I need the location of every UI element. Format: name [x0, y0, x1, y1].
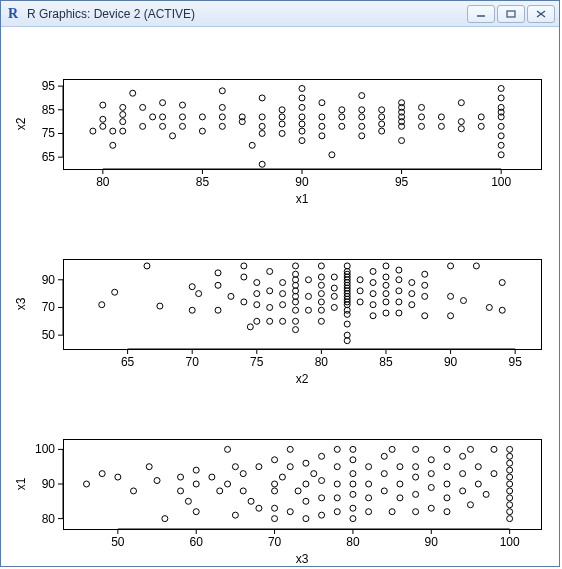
data-point	[160, 100, 166, 106]
data-point	[232, 464, 238, 470]
data-point	[379, 128, 385, 134]
data-point	[396, 299, 402, 305]
data-point	[499, 280, 505, 286]
svg-text:90: 90	[42, 477, 56, 491]
data-point	[110, 142, 116, 148]
data-point	[287, 509, 293, 515]
data-point	[215, 307, 221, 313]
data-point	[383, 310, 389, 316]
data-point	[157, 303, 163, 309]
plot-canvas: 8085909510065758595x1x265707580859095507…	[3, 29, 557, 564]
data-point	[507, 509, 513, 515]
data-point	[359, 114, 365, 120]
maximize-button[interactable]	[497, 5, 525, 23]
titlebar[interactable]: R R Graphics: Device 2 (ACTIVE)	[1, 1, 559, 27]
close-button[interactable]	[527, 5, 555, 23]
data-point	[498, 152, 504, 158]
data-point	[232, 512, 238, 518]
data-point	[254, 280, 260, 286]
data-point	[389, 509, 395, 515]
data-point	[383, 291, 389, 297]
data-point	[467, 446, 473, 452]
xlabel: x1	[296, 192, 309, 206]
data-point	[254, 318, 260, 324]
data-point	[339, 123, 345, 129]
svg-text:80: 80	[42, 512, 56, 526]
data-point	[366, 495, 372, 501]
svg-text:50: 50	[111, 535, 125, 549]
data-point	[498, 142, 504, 148]
data-point	[350, 491, 356, 497]
data-point	[507, 474, 513, 480]
data-point	[100, 123, 106, 129]
data-point	[438, 114, 444, 120]
data-point	[267, 318, 273, 324]
data-point	[397, 464, 403, 470]
data-point	[318, 318, 324, 324]
data-point	[359, 123, 365, 129]
data-point	[350, 471, 356, 477]
data-point	[444, 446, 450, 452]
data-point	[319, 100, 325, 106]
plot-2: 65707580859095507090x2x3	[14, 259, 541, 386]
data-point	[299, 85, 305, 91]
data-point	[318, 307, 324, 313]
data-point	[110, 128, 116, 134]
data-point	[498, 133, 504, 139]
minimize-button[interactable]	[467, 5, 495, 23]
svg-text:100: 100	[35, 442, 55, 456]
data-point	[305, 293, 311, 299]
data-point	[219, 88, 225, 94]
data-point	[319, 453, 325, 459]
data-point	[150, 114, 156, 120]
data-point	[189, 284, 195, 290]
data-point	[154, 478, 160, 484]
data-point	[379, 121, 385, 127]
data-point	[259, 114, 265, 120]
data-point	[396, 267, 402, 273]
data-point	[160, 114, 166, 120]
svg-text:90: 90	[444, 355, 458, 369]
data-point	[458, 100, 464, 106]
xlabel: x2	[296, 372, 309, 386]
data-point	[303, 498, 309, 504]
data-point	[357, 288, 363, 294]
data-point	[120, 112, 126, 118]
ylabel: x3	[14, 297, 28, 310]
data-point	[293, 307, 299, 313]
data-point	[196, 291, 202, 297]
data-point	[293, 263, 299, 269]
data-point	[318, 263, 324, 269]
data-point	[460, 471, 466, 477]
data-point	[475, 481, 481, 487]
svg-text:90: 90	[295, 175, 309, 189]
data-point	[272, 488, 278, 494]
data-point	[396, 277, 402, 283]
data-point	[225, 481, 231, 487]
svg-text:75: 75	[42, 126, 56, 140]
data-point	[256, 464, 262, 470]
data-point	[131, 488, 137, 494]
data-point	[331, 274, 337, 280]
data-point	[359, 133, 365, 139]
data-point	[419, 123, 425, 129]
data-point	[379, 114, 385, 120]
data-point	[419, 114, 425, 120]
data-point	[280, 291, 286, 297]
svg-rect-4	[63, 79, 541, 169]
data-point	[267, 268, 273, 274]
data-point	[162, 516, 168, 522]
svg-text:70: 70	[268, 535, 282, 549]
data-point	[329, 152, 335, 158]
data-point	[357, 277, 363, 283]
data-point	[473, 263, 479, 269]
r-graphics-window: R R Graphics: Device 2 (ACTIVE) 80859095…	[0, 0, 560, 567]
data-point	[241, 263, 247, 269]
data-point	[350, 505, 356, 511]
data-point	[499, 307, 505, 313]
data-point	[334, 446, 340, 452]
data-point	[279, 474, 285, 480]
data-point	[413, 446, 419, 452]
data-point	[422, 293, 428, 299]
data-point	[319, 478, 325, 484]
